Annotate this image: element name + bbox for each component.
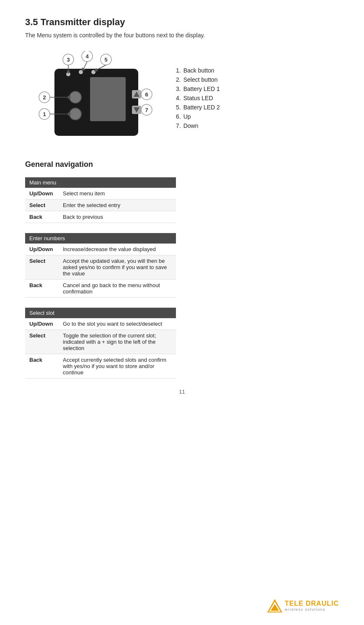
- device-diagram: 1 2 3 4 5 6: [25, 51, 159, 148]
- legend-item-5: 5.Battery LED 2: [176, 104, 220, 111]
- logo-icon: [267, 599, 282, 612]
- table-row: Up/Down Select menu item: [25, 188, 176, 200]
- table-row: Back Cancel and go back to the menu with…: [25, 280, 176, 298]
- legend-item-2: 2.Select button: [176, 76, 220, 83]
- legend-item-6: 6.Up: [176, 113, 220, 120]
- row-value: Increase/decrease the value displayed: [59, 244, 176, 255]
- row-value: Accept the updated value, you will then …: [59, 255, 176, 280]
- row-key: Up/Down: [25, 318, 59, 330]
- table-row: Select Toggle the selection of the curre…: [25, 330, 176, 354]
- svg-text:1: 1: [43, 111, 46, 117]
- row-value: Cancel and go back to the menu without c…: [59, 280, 176, 298]
- table-row: Back Accept currently selected slots and…: [25, 354, 176, 379]
- row-key: Select: [25, 255, 59, 280]
- enter-numbers-table: Enter numbers Up/Down Increase/decrease …: [25, 233, 176, 298]
- row-key: Select: [25, 330, 59, 354]
- legend-item-7: 7.Down: [176, 122, 220, 129]
- svg-text:7: 7: [145, 107, 148, 113]
- svg-text:6: 6: [145, 91, 148, 98]
- row-key: Back: [25, 354, 59, 379]
- select-slot-header: Select slot: [25, 308, 176, 318]
- diagram-section: 1 2 3 4 5 6: [25, 51, 339, 148]
- table-row: Select Accept the updated value, you wil…: [25, 255, 176, 280]
- row-value: Enter the selected entry: [59, 200, 176, 211]
- row-key: Back: [25, 280, 59, 298]
- brand-name: TELE DRAULIC: [285, 600, 339, 607]
- table-row: Select Enter the selected entry: [25, 200, 176, 211]
- row-value: Accept currently selected slots and conf…: [59, 354, 176, 379]
- row-value: Toggle the selection of the current slot…: [59, 330, 176, 354]
- general-nav-heading: General navigation: [25, 160, 339, 169]
- legend-item-4: 4.Status LED: [176, 95, 220, 101]
- row-key: Up/Down: [25, 188, 59, 200]
- row-key: Back: [25, 211, 59, 223]
- legend-item-3: 3.Battery LED 1: [176, 86, 220, 92]
- brand-tagline: wireless solutions: [285, 607, 339, 612]
- main-menu-table: Main menu Up/Down Select menu item Selec…: [25, 177, 176, 223]
- row-value: Go to the slot you want to select/desele…: [59, 318, 176, 330]
- main-menu-header: Main menu: [25, 177, 176, 188]
- row-value: Select menu item: [59, 188, 176, 200]
- company-logo: TELE DRAULIC wireless solutions: [267, 599, 339, 612]
- row-key: Up/Down: [25, 244, 59, 255]
- page-subtitle: The Menu system is controlled by the fou…: [25, 32, 339, 39]
- svg-point-5: [79, 70, 83, 74]
- svg-point-6: [91, 70, 96, 74]
- svg-rect-1: [90, 77, 126, 121]
- row-key: Select: [25, 200, 59, 211]
- logo-text: TELE DRAULIC wireless solutions: [285, 600, 339, 612]
- page-title: 3.5 Transmitter display: [25, 17, 339, 28]
- table-row: Up/Down Increase/decrease the value disp…: [25, 244, 176, 255]
- enter-numbers-header: Enter numbers: [25, 233, 176, 244]
- svg-text:3: 3: [67, 57, 70, 63]
- svg-point-4: [66, 72, 70, 76]
- table-row: Up/Down Go to the slot you want to selec…: [25, 318, 176, 330]
- page-number: 11: [25, 389, 339, 395]
- legend-item-1: 1.Back button: [176, 67, 220, 74]
- svg-point-3: [70, 108, 81, 120]
- footer: TELE DRAULIC wireless solutions: [267, 599, 339, 612]
- transmitter-svg: 1 2 3 4 5 6: [25, 51, 159, 148]
- svg-text:2: 2: [43, 94, 46, 101]
- select-slot-table: Select slot Up/Down Go to the slot you w…: [25, 308, 176, 379]
- table-row: Back Back to previous: [25, 211, 176, 223]
- diagram-legend: 1.Back button 2.Select button 3.Battery …: [176, 67, 220, 132]
- row-value: Back to previous: [59, 211, 176, 223]
- svg-text:5: 5: [104, 57, 107, 63]
- svg-point-2: [70, 91, 81, 103]
- svg-text:4: 4: [85, 53, 89, 60]
